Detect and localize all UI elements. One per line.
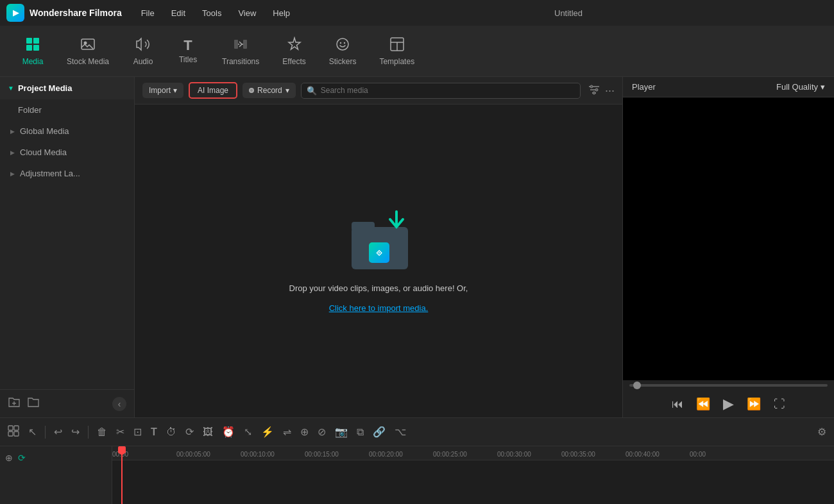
text-button[interactable]: T — [148, 424, 160, 441]
stock-media-icon — [80, 37, 96, 55]
timeline-layout-button[interactable] — [5, 423, 22, 442]
tool-transitions[interactable]: Transitions — [210, 31, 271, 71]
tool-stickers[interactable]: Stickers — [318, 31, 368, 71]
redo-button[interactable]: ↪ — [69, 423, 82, 441]
import-label: Import — [149, 86, 171, 95]
svg-point-20 — [590, 85, 593, 88]
new-folder-icon[interactable] — [8, 396, 21, 411]
sidebar-item-adjustment-layer[interactable]: ▶ Adjustment La... — [0, 163, 134, 184]
tool-audio[interactable]: Audio — [121, 31, 166, 71]
frame-forward-button[interactable]: ⏩ — [747, 397, 761, 411]
main-area: ▼ Project Media Folder ▶ Global Media ▶ … — [0, 77, 834, 417]
timeline-ruler[interactable]: 00:00 00:00:05:00 00:00:10:00 00:00:15:0… — [112, 446, 834, 504]
templates-icon — [389, 37, 405, 55]
cloud-media-label: Cloud Media — [20, 147, 67, 157]
sidebar-header: ▼ Project Media — [0, 77, 134, 99]
timeline-ruler-area: ⊕ ⟳ 00:00 00:00:05:00 00:00:10:00 00:00:… — [0, 446, 834, 504]
delete-button[interactable]: 🗑 — [94, 424, 110, 441]
record-button[interactable]: Record ▾ — [243, 83, 296, 98]
menu-help[interactable]: Help — [266, 6, 296, 21]
player-label: Player — [632, 82, 656, 92]
add-track-icon[interactable]: ⊕ — [5, 453, 13, 463]
svg-point-10 — [340, 42, 341, 43]
settings-button[interactable]: ⚙ — [815, 423, 829, 441]
svg-rect-30 — [14, 432, 19, 436]
link-button[interactable]: 🔗 — [370, 423, 388, 441]
track-area[interactable] — [112, 460, 834, 504]
folder-icon[interactable] — [27, 396, 40, 411]
undo-button[interactable]: ↩ — [51, 423, 65, 441]
sidebar-title: Project Media — [18, 83, 72, 93]
menu-edit[interactable]: Edit — [165, 6, 192, 21]
import-button[interactable]: Import ▾ — [142, 83, 183, 98]
player-progress[interactable] — [623, 380, 834, 391]
step-back-button[interactable]: ⏮ — [672, 398, 683, 411]
svg-rect-0 — [26, 38, 32, 44]
svg-point-9 — [337, 38, 348, 50]
pip-button[interactable]: ⧉ — [354, 424, 366, 441]
right-panel: Player Full Quality ▾ ⏮ ⏪ ▶ ⏩ ⛶ — [622, 77, 834, 417]
drop-text: Drop your video clips, images, or audio … — [289, 283, 468, 293]
sidebar-item-cloud-media[interactable]: ▶ Cloud Media — [0, 142, 134, 163]
clock-button[interactable]: ⏰ — [219, 423, 237, 441]
filter-icon[interactable] — [588, 85, 600, 97]
menu-view[interactable]: View — [232, 6, 262, 21]
play-button[interactable]: ▶ — [723, 396, 734, 412]
progress-track[interactable] — [629, 384, 828, 387]
timer-button[interactable]: ⏱ — [164, 424, 179, 441]
fullscreen-button[interactable]: ⛶ — [774, 398, 785, 411]
global-media-label: Global Media — [20, 126, 69, 136]
progress-thumb[interactable] — [633, 382, 641, 389]
detach-audio-button[interactable]: ⊘ — [315, 423, 328, 441]
frame-back-button[interactable]: ⏪ — [696, 397, 710, 411]
divider — [45, 426, 46, 439]
import-media-link[interactable]: Click here to import media. — [329, 303, 429, 313]
tool-media[interactable]: Media — [10, 31, 55, 71]
media-drop-area[interactable]: ⟐ Drop your video clips, images, or audi… — [135, 105, 622, 417]
playhead[interactable] — [121, 446, 123, 504]
ai-image-button[interactable]: AI Image — [189, 82, 237, 99]
more-options-icon[interactable]: ··· — [605, 84, 615, 97]
transitions-icon — [233, 37, 248, 55]
speed-button[interactable]: ⟳ — [183, 423, 196, 441]
svg-rect-3 — [33, 45, 39, 51]
sidebar-item-global-media[interactable]: ▶ Global Media — [0, 121, 134, 142]
cursor-button[interactable]: ↖ — [26, 423, 39, 441]
folder-illustration: ⟐ — [346, 209, 417, 273]
svg-rect-2 — [26, 45, 32, 51]
menu-file[interactable]: File — [135, 6, 161, 21]
split-button[interactable]: ⌥ — [392, 423, 409, 441]
arrow-icon: ▶ — [10, 128, 15, 135]
search-input[interactable] — [321, 86, 575, 95]
sidebar-collapse-button[interactable]: ‹ — [112, 397, 126, 411]
camera-button[interactable]: 📷 — [332, 423, 350, 441]
link-track-icon[interactable]: ⟳ — [18, 453, 26, 463]
titles-icon: T — [183, 38, 192, 53]
svg-rect-24 — [352, 222, 375, 231]
quality-selector[interactable]: Full Quality ▾ — [776, 82, 825, 92]
tool-templates[interactable]: Templates — [368, 31, 426, 71]
search-icon: 🔍 — [307, 86, 317, 96]
sidebar-item-folder[interactable]: Folder — [0, 99, 134, 121]
tool-transitions-label: Transitions — [222, 57, 259, 66]
zap-button[interactable]: ⚡ — [259, 423, 277, 441]
audio-icon — [135, 37, 151, 55]
tool-stock-media[interactable]: Stock Media — [55, 31, 121, 71]
expand-button[interactable]: ⤡ — [241, 423, 255, 441]
timeline-track-labels: ⊕ ⟳ — [0, 446, 112, 504]
crop-button[interactable]: ⊡ — [131, 423, 144, 441]
cut-button[interactable]: ✂ — [114, 423, 127, 441]
merge-button[interactable]: ⊕ — [298, 423, 311, 441]
menu-tools[interactable]: Tools — [196, 6, 228, 21]
record-dropdown-icon: ▾ — [285, 86, 289, 95]
tool-effects[interactable]: Effects — [271, 31, 317, 71]
tool-templates-label: Templates — [379, 57, 414, 66]
image-adjust-button[interactable]: 🖼 — [200, 424, 216, 441]
svg-point-11 — [344, 42, 345, 43]
tool-titles[interactable]: T Titles — [166, 33, 210, 69]
svg-rect-28 — [14, 426, 19, 430]
svg-rect-27 — [8, 426, 13, 430]
svg-point-22 — [593, 92, 595, 94]
eq-button[interactable]: ⇌ — [280, 423, 294, 441]
toolbar: Media Stock Media Audio T Titles — [0, 26, 834, 77]
